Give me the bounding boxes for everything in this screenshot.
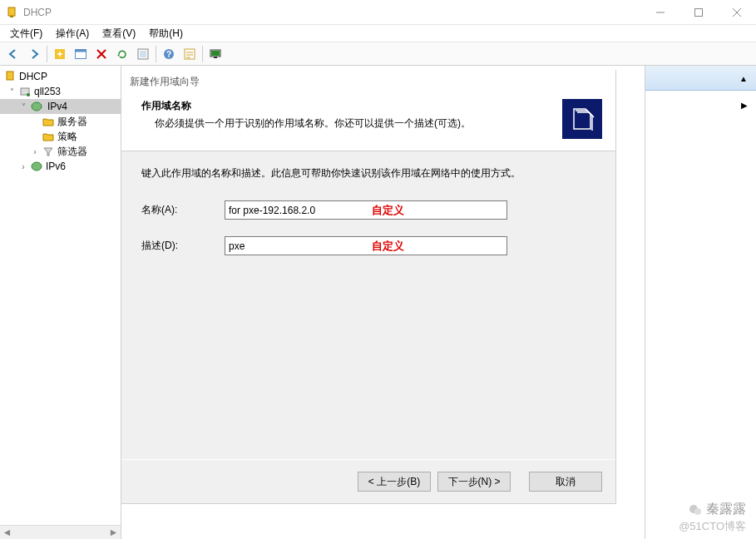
minimize-button[interactable] [641, 0, 679, 25]
wizard-title: 新建作用域向导 [121, 70, 615, 94]
svg-rect-8 [76, 49, 86, 52]
svg-point-23 [694, 508, 701, 515]
watermark: 秦露露 @51CTO博客 [679, 500, 746, 534]
wizard-footer: < 上一步(B) 下一步(N) > 取消 [121, 459, 615, 503]
nav-forward-button[interactable] [24, 45, 44, 63]
window-controls [641, 0, 756, 25]
ipv6-icon [30, 160, 43, 173]
cancel-button[interactable]: 取消 [529, 472, 602, 492]
custom-annotation: 自定义 [372, 203, 404, 218]
tree-policy[interactable]: 策略 [0, 129, 121, 144]
svg-rect-17 [7, 72, 13, 80]
desc-input[interactable] [225, 236, 507, 255]
custom-annotation: 自定义 [372, 239, 404, 254]
menu-help[interactable]: 帮助(H) [142, 25, 190, 42]
wizard-header-text: 作用域名称 你必须提供一个用于识别的作用域名称。你还可以提供一个描述(可选)。 [141, 99, 562, 139]
tree-ipv4[interactable]: ˅ IPv4 [0, 99, 121, 114]
tree-scrollbar[interactable]: ◄ ► [0, 525, 121, 539]
menu-view[interactable]: 查看(V) [96, 25, 142, 42]
toolbar: ? [0, 42, 756, 66]
window-title: DHCP [23, 7, 641, 18]
svg-rect-1 [10, 16, 13, 17]
add-button[interactable] [50, 45, 70, 63]
next-button[interactable]: 下一步(N) > [437, 472, 511, 492]
title-bar: DHCP [0, 0, 756, 25]
name-input[interactable] [225, 200, 507, 220]
monitor-button[interactable] [205, 45, 225, 63]
svg-point-20 [32, 102, 42, 111]
maximize-button[interactable] [679, 0, 718, 25]
expander-icon[interactable]: › [30, 146, 40, 156]
toolbar-separator [202, 46, 203, 62]
folder-icon [42, 115, 55, 128]
filter-icon [42, 145, 55, 158]
todo-button[interactable] [180, 45, 200, 63]
svg-rect-16 [214, 57, 217, 58]
svg-rect-3 [695, 8, 703, 16]
wizard-icon [562, 99, 602, 139]
refresh-button[interactable] [112, 45, 132, 63]
svg-point-19 [27, 93, 30, 96]
expander-icon[interactable]: ˅ [7, 87, 17, 96]
tree-server[interactable]: ˅ qll253 [0, 84, 121, 99]
desc-row: 描述(D): 自定义 [141, 236, 595, 255]
svg-rect-0 [8, 7, 15, 16]
dhcp-icon [3, 70, 17, 83]
close-button[interactable] [718, 0, 756, 25]
menu-action[interactable]: 操作(A) [49, 25, 96, 42]
svg-rect-15 [211, 51, 220, 56]
server-icon [18, 85, 32, 98]
expander-icon[interactable]: ˅ [18, 101, 28, 111]
name-label: 名称(A): [141, 203, 225, 217]
export-button[interactable] [133, 45, 153, 63]
expand-right-icon[interactable]: ▶ [741, 101, 748, 110]
svg-text:?: ? [166, 50, 171, 59]
menu-bar: 文件(F) 操作(A) 查看(V) 帮助(H) [0, 25, 756, 42]
name-row: 名称(A): 自定义 [141, 200, 595, 220]
tree-filter[interactable]: › 筛选器 [0, 144, 121, 159]
nav-back-button[interactable] [3, 45, 23, 63]
delete-button[interactable] [91, 45, 111, 63]
wizard-instruction: 键入此作用域的名称和描述。此信息可帮助你快速识别该作用域在网络中的使用方式。 [141, 166, 595, 180]
ipv4-icon [30, 100, 43, 113]
toolbar-separator [156, 46, 156, 62]
main-area: DHCP ˅ qll253 ˅ IPv4 服务器 策略 › 筛选器 › IP [0, 66, 756, 539]
menu-file[interactable]: 文件(F) [3, 25, 49, 42]
tree-panel: DHCP ˅ qll253 ˅ IPv4 服务器 策略 › 筛选器 › IP [0, 66, 121, 539]
app-icon [5, 6, 18, 19]
svg-point-21 [32, 162, 42, 171]
toolbar-separator [47, 46, 47, 62]
watermark-author: 秦露露 [679, 500, 746, 518]
content-panel: 新建作用域向导 作用域名称 你必须提供一个用于识别的作用域名称。你还可以提供一个… [121, 66, 645, 539]
wizard-subheading: 你必须提供一个用于识别的作用域名称。你还可以提供一个描述(可选)。 [141, 116, 562, 131]
wizard-body: 键入此作用域的名称和描述。此信息可帮助你快速识别该作用域在网络中的使用方式。 名… [121, 151, 615, 459]
scroll-left-icon[interactable]: ◄ [0, 526, 14, 540]
collapse-up-icon[interactable]: ▲ [739, 74, 748, 83]
desc-label: 描述(D): [141, 239, 225, 253]
scroll-track[interactable] [14, 526, 106, 540]
expander-icon[interactable]: › [18, 161, 28, 171]
scroll-right-icon[interactable]: ► [106, 526, 121, 540]
panel-button[interactable] [71, 45, 91, 63]
wechat-icon [688, 502, 703, 517]
tree-server-options[interactable]: 服务器 [0, 114, 121, 129]
back-button[interactable]: < 上一步(B) [358, 472, 431, 492]
help-button[interactable]: ? [159, 45, 179, 63]
svg-rect-10 [140, 51, 146, 57]
wizard-dialog: 新建作用域向导 作用域名称 你必须提供一个用于识别的作用域名称。你还可以提供一个… [121, 70, 616, 504]
wizard-heading: 作用域名称 [141, 99, 562, 113]
folder-icon [42, 130, 55, 143]
tree-ipv6[interactable]: › IPv6 [0, 159, 121, 174]
wizard-header: 作用域名称 你必须提供一个用于识别的作用域名称。你还可以提供一个描述(可选)。 [121, 94, 615, 151]
actions-panel: ▲ ▶ [645, 66, 756, 539]
watermark-source: @51CTO博客 [679, 519, 746, 534]
tree-root[interactable]: DHCP [0, 69, 121, 84]
